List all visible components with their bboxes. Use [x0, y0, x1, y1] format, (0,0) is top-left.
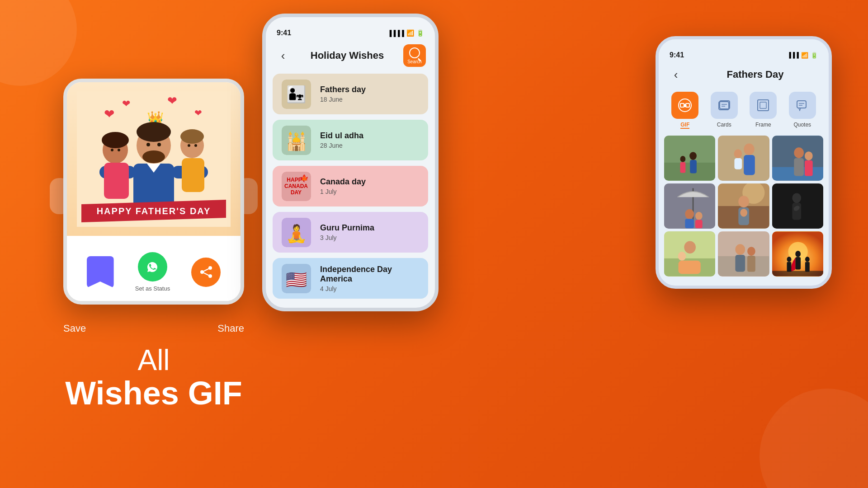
svg-text:👨‍👧: 👨‍👧	[286, 84, 307, 104]
svg-rect-82	[795, 257, 801, 270]
svg-rect-36	[664, 163, 715, 180]
guru-date: 3 July	[320, 234, 419, 241]
svg-rect-57	[695, 220, 703, 229]
gif-tab-label: GIF	[680, 122, 689, 129]
gif-tab-icon-box: ⏺	[671, 92, 698, 119]
middle-phone-frame: 9:41 ▐▐▐▐ 📶 🔋 ‹ Holiday Wishes Search	[262, 14, 439, 311]
kid-eye-r-left	[188, 144, 190, 147]
kid-eye-r-right	[194, 144, 197, 147]
cards-icon-svg	[717, 98, 731, 113]
right-section: 9:41 ▐▐▐ 📶 🔋 ‹ Fathers Day	[656, 36, 845, 289]
svg-rect-45	[735, 158, 742, 169]
heart-icon-4: ❤	[194, 108, 202, 118]
photo-cell-7[interactable]	[664, 231, 715, 277]
eid-date: 28 June	[320, 142, 419, 149]
photo-grid	[659, 136, 829, 277]
left-phone: ❤ ❤ ❤ ❤ 👑	[59, 79, 249, 314]
independence-info: Independence Day America 4 July	[320, 265, 419, 292]
left-section: ❤ ❤ ❤ ❤ 👑	[27, 0, 280, 488]
photo-cell-5[interactable]	[718, 183, 769, 229]
svg-rect-43	[744, 155, 755, 175]
fathers-thumb-svg: 👨‍👧	[282, 80, 311, 109]
svg-rect-40	[680, 162, 685, 173]
svg-rect-31	[797, 101, 806, 108]
right-signal-icon: ▐▐▐	[787, 52, 799, 58]
holiday-item-independence[interactable]: 🇺🇸 Independence Day America 4 July	[273, 258, 428, 299]
holiday-item-eid[interactable]: 🕌 Eid ul adha 28 June	[273, 120, 428, 160]
banner-text: HAPPY FATHER'S DAY	[97, 206, 211, 216]
photo-3-svg	[772, 136, 823, 181]
frame-tab-icon-box	[750, 92, 777, 119]
photo-cell-1[interactable]	[664, 136, 715, 181]
fathers-day-name: Fathers day	[320, 85, 419, 94]
svg-point-48	[794, 147, 804, 158]
big-text-block: All Wishes GIF	[65, 343, 242, 409]
right-wifi-icon: 📶	[801, 52, 808, 59]
eid-info: Eid ul adha 28 June	[320, 131, 419, 149]
svg-point-70	[684, 241, 696, 253]
canada-date: 1 July	[320, 188, 419, 195]
svg-point-65	[792, 193, 801, 203]
search-button[interactable]: Search	[403, 44, 426, 67]
dad-eye-left	[146, 143, 150, 146]
kid-eye-right	[118, 149, 120, 151]
svg-rect-30	[760, 102, 766, 108]
family-illustration-svg: ❤ ❤ ❤ ❤ 👑	[77, 91, 231, 227]
svg-rect-72	[679, 261, 701, 274]
tab-gif[interactable]: ⏺ GIF	[671, 92, 698, 129]
independence-thumb: 🇺🇸	[282, 264, 311, 293]
holiday-item-guru[interactable]: 🧘 Guru Purnima 3 July	[273, 212, 428, 253]
photo-cell-9[interactable]	[772, 231, 823, 277]
middle-phone-header: ‹ Holiday Wishes Search	[266, 40, 435, 74]
kid-eye-left	[111, 149, 113, 151]
photo-cell-3[interactable]	[772, 136, 823, 181]
svg-text:🇺🇸: 🇺🇸	[286, 269, 307, 290]
svg-rect-29	[758, 100, 769, 111]
svg-rect-55	[685, 219, 694, 229]
photo-cell-6[interactable]	[772, 183, 823, 229]
kid-body-right	[182, 158, 204, 192]
svg-point-37	[689, 152, 697, 160]
eid-thumb: 🕌	[282, 126, 311, 155]
holiday-item-canada[interactable]: HAPPY CANADA DAY 🍁 Canada day 1 July	[273, 166, 428, 206]
heart-icon: ❤	[104, 107, 114, 121]
svg-rect-51	[805, 160, 813, 176]
big-text-line2: Wishes GIF	[65, 377, 242, 409]
fathers-day-thumb: 👨‍👧	[282, 80, 311, 109]
right-back-chevron-icon: ‹	[674, 68, 678, 82]
svg-point-42	[744, 143, 755, 155]
tab-quotes[interactable]: Quotes	[789, 92, 816, 129]
holiday-list: 👨‍👧 Fathers day 18 June 🕌 Eid ul	[266, 74, 435, 299]
eid-name: Eid ul adha	[320, 131, 419, 141]
share-action[interactable]	[191, 258, 221, 287]
svg-point-39	[680, 156, 685, 162]
photo-cell-2[interactable]	[718, 136, 769, 181]
cards-tab-icon-box	[711, 92, 738, 119]
middle-status-bar: 9:41 ▐▐▐▐ 📶 🔋	[266, 23, 435, 40]
whatsapp-path	[147, 262, 157, 272]
svg-rect-86	[805, 262, 810, 272]
svg-text:CANADA: CANADA	[284, 183, 308, 189]
gif-icon-svg: ⏺	[678, 98, 692, 113]
photo-7-svg	[664, 231, 715, 277]
middle-back-button[interactable]: ‹	[275, 47, 291, 64]
quotes-tab-label: Quotes	[793, 122, 811, 128]
set-status-action[interactable]: Set as Status	[135, 252, 170, 292]
right-back-button[interactable]: ‹	[668, 66, 684, 83]
holiday-item-fathers[interactable]: 👨‍👧 Fathers day 18 June	[273, 74, 428, 114]
fathers-day-date: 18 June	[320, 96, 419, 103]
set-status-label: Set as Status	[135, 285, 170, 292]
bookmark-action[interactable]	[87, 256, 114, 288]
svg-rect-78	[747, 256, 755, 272]
svg-rect-84	[787, 262, 791, 272]
dad-eye-right	[157, 143, 161, 146]
share-label: Share	[217, 323, 244, 334]
svg-rect-66	[792, 203, 801, 220]
guru-name: Guru Purnima	[320, 223, 419, 233]
photo-cell-4[interactable]	[664, 183, 715, 229]
tab-frame[interactable]: Frame	[750, 92, 777, 129]
tab-cards[interactable]: Cards	[711, 92, 738, 129]
photo-cell-8[interactable]	[718, 231, 769, 277]
phone-actions: Set as Status	[67, 236, 241, 305]
whatsapp-icon-btn	[138, 252, 167, 282]
